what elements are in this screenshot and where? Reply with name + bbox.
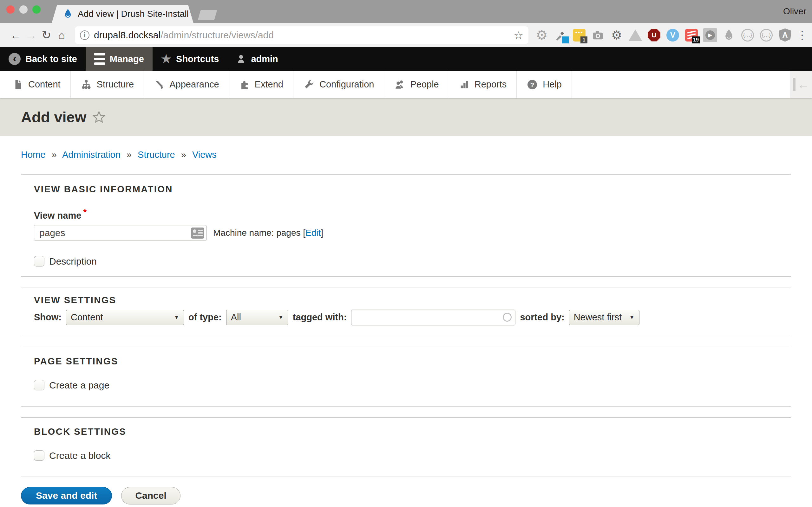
- breadcrumb-structure[interactable]: Structure: [138, 150, 175, 160]
- edit-bracket-close: ]: [321, 228, 323, 238]
- page-content: Home » Administration » Structure » View…: [0, 150, 812, 507]
- vimeo-extension-icon[interactable]: V: [666, 28, 680, 42]
- angular-extension-icon[interactable]: A: [778, 28, 792, 42]
- section-heading: VIEW SETTINGS: [34, 295, 778, 305]
- shortcuts-label: Shortcuts: [176, 54, 219, 64]
- tagged-with-input[interactable]: [351, 309, 515, 326]
- menu-item-content[interactable]: Content: [0, 71, 71, 98]
- create-page-label[interactable]: Create a page: [49, 380, 109, 391]
- camera-extension-icon[interactable]: [591, 28, 605, 42]
- json-viewer-extension-icon[interactable]: {…}: [759, 28, 773, 42]
- gear-extension-icon[interactable]: ⚙: [535, 28, 549, 42]
- back-chevron-icon: ‹: [9, 53, 20, 65]
- of-type-select[interactable]: All ▼: [226, 310, 288, 325]
- json-formatter-extension-icon[interactable]: {…}: [741, 28, 755, 42]
- minimize-window-button[interactable]: [19, 5, 28, 14]
- reload-icon[interactable]: ↻: [39, 29, 54, 42]
- view-name-label: View name*: [34, 208, 778, 221]
- drupal-extension-icon[interactable]: [722, 28, 736, 42]
- tab-close-icon[interactable]: ×: [192, 9, 198, 19]
- configuration-wrench-icon: [303, 79, 315, 90]
- drupal-admin-toolbar: ‹ Back to site Manage ★ Shortcuts admin: [0, 47, 812, 71]
- admin-user-label: admin: [251, 54, 278, 64]
- play-square-glyph: ▶: [703, 28, 717, 42]
- sorted-by-label: sorted by:: [520, 312, 564, 323]
- menu-item-reports[interactable]: Reports: [449, 71, 517, 98]
- url-host: drupal8.docksal: [94, 30, 160, 41]
- menu-item-people[interactable]: People: [384, 71, 449, 98]
- sorted-by-select-value: Newest first: [574, 312, 624, 323]
- browser-tab[interactable]: Add view | Drush Site-Install ×: [52, 5, 194, 23]
- admin-user-tab[interactable]: admin: [227, 47, 287, 71]
- manage-label: Manage: [110, 54, 144, 64]
- browser-profile-name[interactable]: Oliver: [783, 6, 806, 16]
- page-settings-section: PAGE SETTINGS Create a page: [21, 347, 791, 406]
- shortcuts-tab[interactable]: ★ Shortcuts: [153, 47, 228, 71]
- create-block-checkbox[interactable]: [34, 450, 44, 461]
- ublock-extension-icon[interactable]: U: [647, 28, 661, 42]
- machine-name-edit-link[interactable]: Edit: [305, 228, 321, 238]
- drupal-drop-glyph: [722, 29, 735, 42]
- url-path: /admin/structure/views/add: [160, 30, 511, 41]
- section-heading: PAGE SETTINGS: [34, 356, 778, 367]
- create-page-checkbox[interactable]: [34, 380, 44, 390]
- colorpicker-extension-icon[interactable]: [554, 28, 567, 42]
- toolbar-collapse-button[interactable]: ←: [790, 71, 812, 98]
- shortcut-star-icon[interactable]: [92, 110, 106, 124]
- breadcrumb-separator: »: [177, 150, 190, 160]
- window-controls: [6, 5, 41, 14]
- home-icon[interactable]: ⌂: [54, 29, 69, 42]
- cancel-button[interactable]: Cancel: [121, 487, 180, 504]
- password-card-extension-icon[interactable]: ••• 1: [572, 28, 586, 42]
- save-and-edit-button[interactable]: Save and edit: [21, 487, 112, 504]
- breadcrumb-home[interactable]: Home: [21, 150, 45, 160]
- breadcrumb-administration[interactable]: Administration: [62, 150, 120, 160]
- menu-item-label: Help: [543, 79, 562, 90]
- description-checkbox[interactable]: [34, 256, 44, 267]
- bookmark-star-icon[interactable]: ☆: [514, 29, 523, 42]
- create-block-label[interactable]: Create a block: [49, 450, 110, 461]
- dark-gear-glyph: ⚙: [611, 29, 622, 41]
- view-basic-information-section: VIEW BASIC INFORMATION View name* Machin…: [21, 174, 791, 277]
- new-tab-button[interactable]: [198, 10, 217, 20]
- edit-bracket-open: [: [303, 228, 305, 238]
- drive-extension-icon[interactable]: [628, 28, 642, 42]
- extensions-row: ⚙ ••• 1: [535, 28, 792, 42]
- menu-item-label: People: [410, 79, 439, 90]
- show-label: Show:: [34, 312, 61, 323]
- card-dots: •••: [575, 30, 583, 36]
- collapse-arrow-icon: ←: [798, 78, 809, 91]
- menu-item-configuration[interactable]: Configuration: [293, 71, 385, 98]
- content-icon: [13, 79, 23, 90]
- menu-bar-spacer: [572, 71, 790, 98]
- menu-item-appearance[interactable]: Appearance: [144, 71, 229, 98]
- menu-item-label: Content: [28, 79, 61, 90]
- back-to-site-button[interactable]: ‹ Back to site: [0, 47, 86, 71]
- zoom-window-button[interactable]: [32, 5, 41, 14]
- back-icon[interactable]: ←: [8, 29, 23, 42]
- view-name-input[interactable]: [34, 225, 207, 241]
- shortcuts-star-icon: ★: [161, 53, 171, 65]
- braces-glyph: {…}: [741, 29, 754, 42]
- site-info-icon[interactable]: i: [80, 31, 90, 40]
- tagged-with-label: tagged with:: [293, 312, 347, 323]
- required-mark: *: [83, 208, 87, 217]
- help-icon: ?: [526, 79, 538, 90]
- video-play-extension-icon[interactable]: ▶: [703, 28, 717, 42]
- menu-item-label: Appearance: [169, 79, 219, 90]
- manage-tab[interactable]: Manage: [86, 47, 153, 71]
- debug-gear-extension-icon[interactable]: ⚙: [610, 28, 623, 42]
- url-bar[interactable]: i drupal8.docksal /admin/structure/views…: [75, 26, 528, 44]
- todoist-extension-icon[interactable]: 19: [684, 28, 699, 42]
- menu-item-help[interactable]: ? Help: [517, 71, 572, 98]
- browser-menu-icon[interactable]: ⋮: [797, 29, 808, 42]
- menu-item-structure[interactable]: Structure: [71, 71, 144, 98]
- breadcrumb-views[interactable]: Views: [192, 150, 217, 160]
- close-window-button[interactable]: [6, 5, 14, 14]
- collapse-bar-glyph: [793, 78, 796, 91]
- extend-puzzle-icon: [239, 79, 250, 90]
- menu-item-extend[interactable]: Extend: [229, 71, 293, 98]
- description-label[interactable]: Description: [49, 256, 97, 267]
- sorted-by-select[interactable]: Newest first ▼: [569, 310, 640, 325]
- show-select[interactable]: Content ▼: [66, 310, 184, 325]
